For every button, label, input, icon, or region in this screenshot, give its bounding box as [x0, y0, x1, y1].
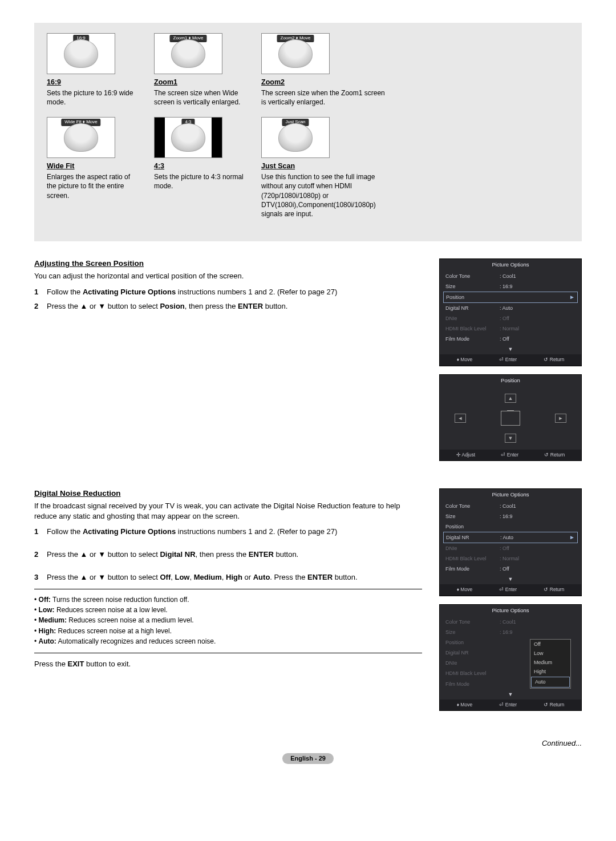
osd-footer-move: ♦ Move — [457, 357, 472, 363]
mode-desc: The screen size when Wide screen is vert… — [154, 88, 245, 107]
step-text: instructions numbers 1 and 2. (Refer to … — [176, 288, 337, 296]
step-body: Press the ▲ or ▼ button to select Posion… — [47, 301, 422, 312]
osd-row-value: : Off — [500, 545, 576, 552]
osd-row: Digital NR: Auto — [440, 303, 581, 313]
step-text: . Press the — [270, 573, 307, 581]
step-2: 2 Press the ▲ or ▼ button to select Digi… — [34, 549, 422, 560]
osd-row-value: : 16:9 — [500, 629, 576, 636]
step-bold: Auto — [253, 573, 270, 581]
nr-options-list: • Off: Turns the screen noise reduction … — [34, 595, 422, 646]
step-bold: ENTER — [238, 302, 263, 310]
step-bold: EXIT — [68, 660, 84, 668]
osd-header: Picture Options — [440, 605, 581, 617]
dropdown-option: Low — [530, 649, 570, 658]
osd-row-label: DNIe — [445, 315, 500, 322]
divider — [34, 589, 422, 589]
osd-footer-enter: ⏎ Enter — [499, 702, 517, 708]
osd-row-value: : Auto — [500, 305, 576, 312]
mode-desc: Use this function to see the full image … — [261, 172, 387, 219]
osd-row-label: Position — [445, 523, 500, 530]
mode-desc: Sets the picture to 16:9 wide mode. — [47, 88, 138, 107]
step-number: 3 — [34, 572, 47, 583]
osd-footer-return: ↺ Return — [544, 452, 565, 458]
bullet-item: • Off: Turns the screen noise reduction … — [34, 595, 422, 604]
osd-picture-options-nr-dropdown: Picture Options Color Tone: Cool1Size: 1… — [439, 604, 582, 711]
osd-row-label: HDMI Black Level — [445, 670, 500, 677]
chevron-right-icon: ► — [569, 293, 575, 301]
osd-footer: ♦ Move ⏎ Enter ↺ Return — [440, 700, 581, 710]
osd-row: DNIe: Off — [440, 313, 581, 324]
osd-row-label: Digital NR — [445, 305, 500, 312]
step-text: , then press the — [196, 550, 249, 559]
section-adjust-position: Adjusting the Screen Position You can ad… — [34, 258, 582, 469]
step-2: 2 Press the ▲ or ▼ button to select Posi… — [34, 301, 422, 312]
mode-justscan: Just Scan Just Scan Use this function to… — [261, 117, 387, 219]
osd-row-label: Position — [446, 294, 500, 301]
osd-row-label: Size — [445, 629, 500, 636]
osd-row: DNIe: Off — [440, 543, 581, 553]
step-bold: ENTER — [249, 550, 274, 559]
osd-row: Film Mode: Off — [440, 334, 581, 344]
step-text: button to exit. — [84, 660, 131, 668]
osd-footer-enter: ⏎ Enter — [499, 357, 517, 363]
osd-row-value: : Off — [500, 315, 576, 322]
osd-footer-return: ↺ Return — [544, 702, 564, 708]
thumb-43: 4:3 — [154, 117, 222, 158]
step-text: Follow the — [47, 288, 83, 296]
osd-row: HDMI Black Level: Normal — [440, 324, 581, 334]
step-number: 2 — [34, 301, 47, 312]
exit-instruction: Press the EXIT button to exit. — [34, 659, 422, 669]
balloon-icon — [64, 123, 98, 152]
osd-row: Color Tone: Cool1 — [440, 271, 581, 281]
bullet-item: • Auto: Automatically recognizes and red… — [34, 637, 422, 646]
osd-row-label: Film Mode — [445, 335, 500, 342]
mode-row-1: 16:9 16:9 Sets the picture to 16:9 wide … — [47, 33, 569, 107]
osd-picture-options-position: Picture Options Color Tone: Cool1Size: 1… — [439, 258, 582, 366]
step-bold: Posion — [160, 302, 184, 310]
step-1: 1 Follow the Activating Picture Options … — [34, 527, 422, 537]
balloon-icon — [64, 39, 98, 68]
balloon-icon — [171, 39, 205, 68]
osd-row: Size: 16:9 — [440, 281, 581, 292]
mode-zoom2: Zoom2 ♦ Move Zoom2 The screen size when … — [261, 33, 387, 107]
osd-row-value: : Auto — [500, 534, 569, 541]
step-bold: Medium — [194, 573, 222, 581]
step-text: Press the ▲ or ▼ button to select — [47, 302, 160, 310]
step-bold: High — [226, 573, 242, 581]
osd-footer: ♦ Move ⏎ Enter ↺ Return — [440, 584, 581, 595]
osd-row-label: DNIe — [445, 660, 500, 666]
mode-zoom1: Zoom1 ♦ Move Zoom1 The screen size when … — [154, 33, 245, 107]
step-number: 2 — [34, 549, 47, 560]
step-number: 1 — [34, 287, 47, 297]
balloon-icon — [171, 123, 205, 152]
osd-row-label: Film Mode — [445, 681, 500, 688]
more-indicator-icon: ▼ — [440, 344, 581, 354]
step-number: 1 — [34, 527, 47, 537]
mode-title: Wide Fit — [47, 161, 138, 171]
arrow-up-icon: ▲ — [505, 394, 516, 403]
osd-footer: ♦ Move ⏎ Enter ↺ Return — [440, 354, 581, 365]
step-bold: Low — [175, 573, 189, 581]
step-text: Press the ▲ or ▼ button to select — [47, 573, 160, 581]
page-number-pill: English - 29 — [282, 753, 334, 764]
chevron-right-icon: ► — [569, 533, 575, 541]
step-bold: Activating Picture Options — [83, 527, 176, 536]
arrow-down-icon: ▼ — [505, 434, 516, 443]
screen-center-icon — [501, 411, 520, 426]
step-body: Follow the Activating Picture Options in… — [47, 287, 422, 297]
osd-row-value: : Cool1 — [500, 618, 576, 625]
mode-desc: Enlarges the aspect ratio of the picture… — [47, 172, 138, 200]
thumb-zoom1: Zoom1 ♦ Move — [154, 33, 222, 74]
step-text: or — [242, 573, 253, 581]
section-title: Adjusting the Screen Position — [34, 258, 422, 269]
step-text: Press the ▲ or ▼ button to select — [47, 550, 160, 559]
osd-row-label: Position — [445, 639, 500, 646]
mode-title: Zoom2 — [261, 78, 387, 87]
mode-43: 4:3 4:3 Sets the picture to 4:3 normal m… — [154, 117, 245, 219]
bullet-item: • High: Reduces screen noise at a high l… — [34, 626, 422, 636]
bullet-item: • Low: Reduces screen noise at a low lev… — [34, 605, 422, 614]
mode-widefit: Wide Fit ♦ Move Wide Fit Enlarges the as… — [47, 117, 138, 219]
step-bold: Off — [160, 573, 171, 581]
osd-row: Film Mode: Off — [440, 564, 581, 574]
more-indicator-icon: ▼ — [440, 574, 581, 584]
